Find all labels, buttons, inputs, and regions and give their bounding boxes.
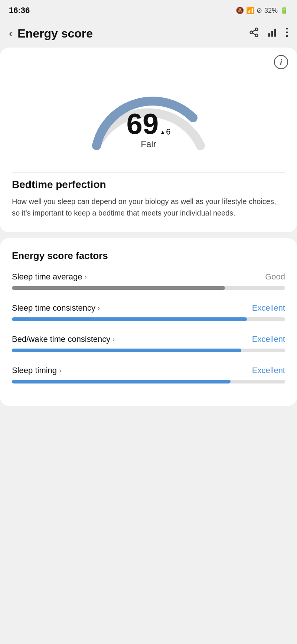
back-button[interactable]: ‹	[9, 28, 12, 39]
factor-bar-bg-3	[12, 380, 285, 384]
factor-row: Sleep time average › Good	[12, 272, 285, 290]
gauge-label: Fair	[127, 139, 171, 149]
bedtime-description: How well you sleep can depend on your bi…	[12, 196, 285, 219]
svg-rect-6	[271, 31, 273, 36]
svg-line-3	[252, 33, 255, 35]
factors-section: Energy score factors Sleep time average …	[0, 238, 297, 406]
svg-rect-7	[274, 29, 276, 36]
factor-status-3: Excellent	[252, 366, 285, 375]
factor-header: Sleep timing › Excellent	[12, 366, 285, 375]
gauge-delta: ▲ 6	[160, 127, 170, 137]
nav-right	[249, 27, 288, 40]
factor-bar-fill-0	[12, 286, 225, 290]
status-bar: 16:36 🔕 📶 ⊘ 32% 🔋	[0, 0, 297, 19]
factor-header: Sleep time average › Good	[12, 272, 285, 282]
gauge-score: 69 ▲ 6	[127, 109, 171, 138]
wifi-icon: 📶	[246, 6, 254, 14]
factor-header: Bed/wake time consistency › Excellent	[12, 334, 285, 344]
factor-bar-fill-2	[12, 349, 241, 352]
page-title: Energy score	[17, 27, 93, 41]
factor-chevron-1: ›	[98, 304, 100, 312]
factor-name-3[interactable]: Sleep timing ›	[12, 366, 61, 375]
main-card: i 69 ▲ 6 Fair Bedtime perfection How wel…	[0, 48, 297, 232]
svg-line-4	[252, 30, 255, 32]
stats-button[interactable]	[267, 27, 278, 40]
svg-rect-5	[268, 33, 270, 36]
notification-icon: 🔕	[236, 6, 244, 14]
factor-chevron-0: ›	[85, 273, 87, 281]
factor-name-0[interactable]: Sleep time average ›	[12, 272, 87, 282]
factor-row: Bed/wake time consistency › Excellent	[12, 334, 285, 352]
gauge-container: 69 ▲ 6 Fair	[12, 64, 285, 161]
dnd-icon: ⊘	[257, 6, 262, 14]
factor-chevron-3: ›	[59, 367, 61, 375]
factor-chevron-2: ›	[112, 336, 115, 343]
battery-icon: 🔋	[280, 6, 288, 14]
factors-title: Energy score factors	[12, 250, 285, 262]
factor-bar-bg-1	[12, 317, 285, 321]
status-time: 16:36	[9, 6, 30, 15]
factor-status-2: Excellent	[252, 334, 285, 344]
delta-arrow: ▲	[160, 129, 165, 135]
gauge-number: 69	[127, 109, 159, 138]
factor-status-1: Excellent	[252, 303, 285, 313]
factor-status-0: Good	[265, 272, 285, 282]
more-options-button[interactable]	[286, 27, 288, 40]
delta-value: 6	[166, 127, 170, 137]
factor-bar-bg-2	[12, 349, 285, 352]
factor-name-1[interactable]: Sleep time consistency ›	[12, 303, 100, 313]
nav-left: ‹ Energy score	[9, 27, 93, 41]
share-button[interactable]	[249, 27, 259, 40]
top-nav: ‹ Energy score	[0, 19, 297, 48]
battery-level: 32%	[264, 7, 278, 14]
svg-point-10	[286, 35, 288, 37]
svg-point-8	[286, 27, 288, 29]
factor-bar-fill-3	[12, 380, 231, 384]
factor-row: Sleep time consistency › Excellent	[12, 303, 285, 321]
svg-point-9	[286, 31, 288, 33]
factor-header: Sleep time consistency › Excellent	[12, 303, 285, 313]
factor-row: Sleep timing › Excellent	[12, 366, 285, 384]
factors-list: Sleep time average › Good Sleep time con…	[12, 272, 285, 384]
factor-bar-fill-1	[12, 317, 247, 321]
bedtime-title: Bedtime perfection	[12, 179, 285, 191]
factor-name-2[interactable]: Bed/wake time consistency ›	[12, 334, 115, 344]
gauge-text: 69 ▲ 6 Fair	[127, 109, 171, 149]
bedtime-section: Bedtime perfection How well you sleep ca…	[12, 172, 285, 219]
status-icons: 🔕 📶 ⊘ 32% 🔋	[236, 6, 288, 14]
factor-bar-bg-0	[12, 286, 285, 290]
